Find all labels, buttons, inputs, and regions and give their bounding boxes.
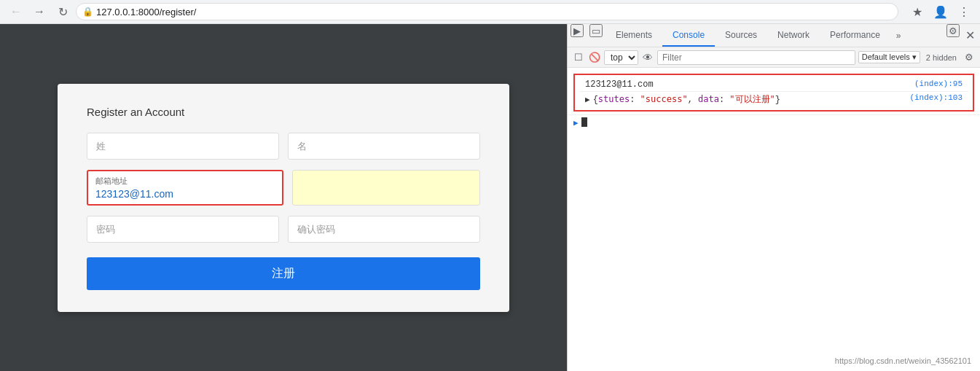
browser-titlebar: ← → ↻ 🔒 127.0.0.1:8000/register/ ★ 👤 ⋮ bbox=[0, 0, 980, 23]
console-link-2[interactable]: (index):103 bbox=[909, 93, 963, 102]
tab-elements[interactable]: Elements bbox=[605, 24, 662, 47]
console-output-box: 123123@11.com (index):95 ▶ {stutes: "suc… bbox=[573, 74, 974, 112]
back-button[interactable]: ← bbox=[6, 1, 26, 22]
name-row bbox=[87, 133, 480, 160]
register-title: Register an Account bbox=[87, 106, 480, 118]
password-input[interactable] bbox=[87, 216, 279, 243]
first-name-field bbox=[87, 133, 279, 160]
tab-sources[interactable]: Sources bbox=[715, 24, 767, 47]
last-name-field bbox=[288, 133, 480, 160]
console-eye-icon[interactable]: 👁 bbox=[641, 51, 654, 64]
default-levels-dropdown[interactable]: Default levels ▾ bbox=[858, 51, 920, 63]
console-cursor bbox=[581, 117, 587, 127]
tab-network[interactable]: Network bbox=[767, 24, 820, 47]
forward-button[interactable]: → bbox=[29, 1, 50, 22]
console-expand-arrow[interactable]: ▶ bbox=[585, 95, 590, 104]
console-settings-icon[interactable]: ⚙ bbox=[963, 51, 976, 64]
devtools-panel: ▶ ▭ Elements Console Sources Network Per… bbox=[567, 24, 980, 371]
console-input-line: ▶ bbox=[568, 114, 980, 129]
devtools-settings-icon[interactable]: ⚙ bbox=[946, 24, 960, 37]
console-entry-2: ▶ {stutes: "success", data: "可以注册"} (ind… bbox=[579, 92, 968, 107]
bookmark-button[interactable]: ★ bbox=[907, 1, 928, 22]
secure-icon: 🔒 bbox=[82, 7, 93, 17]
password-field bbox=[87, 216, 279, 243]
console-text-2: {stutes: "success", data: "可以注册"} bbox=[593, 93, 910, 106]
reload-button[interactable]: ↻ bbox=[52, 1, 73, 22]
register-card: Register an Account 邮箱地址 123123@11.com bbox=[58, 84, 509, 312]
hidden-count: 2 hidden bbox=[923, 53, 960, 62]
email-input-right bbox=[292, 170, 480, 206]
tab-performance[interactable]: Performance bbox=[820, 24, 890, 47]
console-bar: ☐ 🚫 top 👁 Default levels ▾ 2 hidden ⚙ bbox=[568, 47, 980, 68]
devtools-close-button[interactable]: ✕ bbox=[960, 24, 980, 47]
email-field-inner: 邮箱地址 123123@11.com bbox=[87, 170, 283, 206]
console-clear-icon[interactable]: ☐ bbox=[572, 51, 585, 64]
devtools-more-tabs[interactable]: » bbox=[890, 24, 907, 47]
devtools-mobile-icon[interactable]: ▭ bbox=[589, 24, 603, 37]
toolbar-icons: ★ 👤 ⋮ bbox=[907, 1, 974, 22]
confirm-password-field bbox=[288, 216, 480, 243]
email-field-container: 邮箱地址 123123@11.com bbox=[87, 170, 283, 206]
submit-button[interactable]: 注册 bbox=[87, 257, 480, 290]
watermark: https://blog.csdn.net/weixin_43562101 bbox=[835, 356, 971, 365]
console-entry-1: 123123@11.com (index):95 bbox=[579, 78, 968, 92]
console-filter-input[interactable] bbox=[657, 50, 855, 65]
first-name-input[interactable] bbox=[87, 133, 279, 160]
page-content: Register an Account 邮箱地址 123123@11.com bbox=[0, 24, 567, 371]
email-value: 123123@11.com bbox=[95, 188, 275, 200]
console-output: 123123@11.com (index):95 ▶ {stutes: "suc… bbox=[568, 68, 980, 371]
console-context-select[interactable]: top bbox=[604, 50, 638, 65]
menu-button[interactable]: ⋮ bbox=[954, 1, 974, 22]
confirm-password-input[interactable] bbox=[288, 216, 480, 243]
email-label: 邮箱地址 bbox=[95, 176, 275, 187]
main-area: Register an Account 邮箱地址 123123@11.com bbox=[0, 24, 980, 371]
address-bar[interactable]: 🔒 127.0.0.1:8000/register/ bbox=[76, 3, 898, 20]
profile-button[interactable]: 👤 bbox=[930, 1, 951, 22]
console-link-1[interactable]: (index):95 bbox=[914, 79, 963, 88]
email-row: 邮箱地址 123123@11.com bbox=[87, 170, 480, 206]
devtools-cursor-icon[interactable]: ▶ bbox=[571, 24, 584, 37]
browser-chrome: ← → ↻ 🔒 127.0.0.1:8000/register/ ★ 👤 ⋮ bbox=[0, 0, 980, 24]
tab-console[interactable]: Console bbox=[662, 24, 715, 47]
password-row bbox=[87, 216, 480, 243]
devtools-tab-bar: ▶ ▭ Elements Console Sources Network Per… bbox=[568, 24, 980, 47]
console-text-1: 123123@11.com bbox=[585, 79, 914, 90]
address-text: 127.0.0.1:8000/register/ bbox=[96, 7, 892, 17]
console-input-arrow: ▶ bbox=[573, 118, 579, 128]
console-block-icon[interactable]: 🚫 bbox=[588, 51, 601, 64]
last-name-input[interactable] bbox=[288, 133, 480, 160]
